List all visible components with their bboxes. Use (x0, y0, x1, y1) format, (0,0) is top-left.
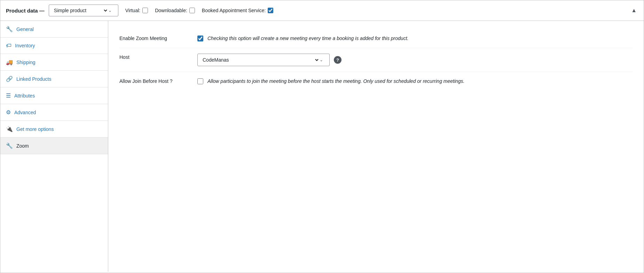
downloadable-checkbox-label[interactable]: Downloadable: (155, 8, 195, 13)
sidebar-item-zoom[interactable]: 🔧 Zoom (0, 138, 108, 154)
gear-icon: ⚙ (6, 109, 11, 116)
zoom-meeting-checkbox[interactable] (197, 36, 203, 41)
tag-icon: 🏷 (6, 42, 11, 49)
allow-join-description: Allow participants to join the meeting b… (207, 78, 465, 85)
zoom-meeting-description: Checking this option will create a new m… (207, 35, 408, 42)
header-checkboxes: Virtual: Downloadable: Booked Appointmen… (125, 8, 274, 13)
sidebar-item-advanced[interactable]: ⚙ Advanced (0, 104, 108, 121)
virtual-checkbox-label[interactable]: Virtual: (125, 8, 148, 13)
booked-appointment-checkbox[interactable] (268, 8, 273, 13)
zoom-meeting-row: Enable Zoom Meeting Checking this option… (119, 29, 633, 48)
product-data-header: Product data — Simple product ⌄ Virtual:… (0, 0, 644, 21)
virtual-label: Virtual: (125, 8, 140, 13)
virtual-checkbox[interactable] (142, 8, 148, 13)
host-select-container[interactable]: CodeManas ⌄ (197, 54, 330, 66)
sidebar-get-more-options-label: Get more options (16, 126, 54, 132)
sidebar-linked-products-label: Linked Products (16, 76, 51, 82)
sidebar-inventory-label: Inventory (15, 43, 35, 48)
allow-join-label: Allow Join Before Host ? (119, 78, 189, 84)
zoom-icon: 🔧 (6, 142, 13, 149)
truck-icon: 🚚 (6, 59, 13, 65)
link-icon: 🔗 (6, 76, 13, 82)
allow-join-field: Allow participants to join the meeting b… (197, 78, 633, 85)
sidebar-general-label: General (16, 26, 34, 32)
sidebar-item-general[interactable]: 🔧 General (0, 21, 108, 38)
booked-appointment-label: Booked Appointment Service: (202, 8, 266, 13)
allow-join-checkbox[interactable] (197, 78, 203, 84)
list-icon: ☰ (6, 92, 11, 99)
zoom-meeting-field: Checking this option will create a new m… (197, 35, 633, 42)
product-data-panel: Product data — Simple product ⌄ Virtual:… (0, 0, 644, 273)
plugin-icon: 🔌 (6, 126, 13, 132)
product-data-title: Product data — (6, 8, 45, 14)
allow-join-row: Allow Join Before Host ? Allow participa… (119, 72, 633, 91)
sidebar-item-shipping[interactable]: 🚚 Shipping (0, 54, 108, 71)
sidebar-item-get-more-options[interactable]: 🔌 Get more options (0, 121, 108, 138)
sidebar-attributes-label: Attributes (14, 93, 35, 99)
sidebar-advanced-label: Advanced (14, 110, 36, 115)
host-chevron-icon: ⌄ (320, 57, 323, 62)
collapse-button[interactable]: ▲ (630, 6, 638, 15)
host-select[interactable]: CodeManas (201, 54, 320, 66)
product-type-select-wrapper[interactable]: Simple product ⌄ (49, 5, 118, 16)
sidebar-item-linked-products[interactable]: 🔗 Linked Products (0, 71, 108, 87)
zoom-meeting-label: Enable Zoom Meeting (119, 35, 189, 41)
sidebar: 🔧 General 🏷 Inventory 🚚 Shipping 🔗 Linke… (0, 21, 108, 272)
product-type-select[interactable]: Simple product (53, 5, 108, 16)
downloadable-label: Downloadable: (155, 8, 187, 13)
sidebar-item-attributes[interactable]: ☰ Attributes (0, 87, 108, 104)
product-data-body: 🔧 General 🏷 Inventory 🚚 Shipping 🔗 Linke… (0, 21, 644, 272)
wrench-icon: 🔧 (6, 26, 13, 32)
booked-appointment-checkbox-label[interactable]: Booked Appointment Service: (202, 8, 274, 13)
host-label: Host (119, 54, 189, 60)
sidebar-shipping-label: Shipping (16, 60, 36, 65)
host-row: Host CodeManas ⌄ ? (119, 48, 633, 72)
help-icon[interactable]: ? (334, 56, 341, 64)
main-content: Enable Zoom Meeting Checking this option… (108, 21, 644, 272)
sidebar-item-inventory[interactable]: 🏷 Inventory (0, 38, 108, 54)
sidebar-zoom-label: Zoom (16, 143, 29, 149)
downloadable-checkbox[interactable] (189, 8, 195, 13)
host-field: CodeManas ⌄ ? (197, 54, 633, 66)
host-select-wrapper: CodeManas ⌄ ? (197, 54, 341, 66)
chevron-down-icon: ⌄ (108, 8, 112, 13)
